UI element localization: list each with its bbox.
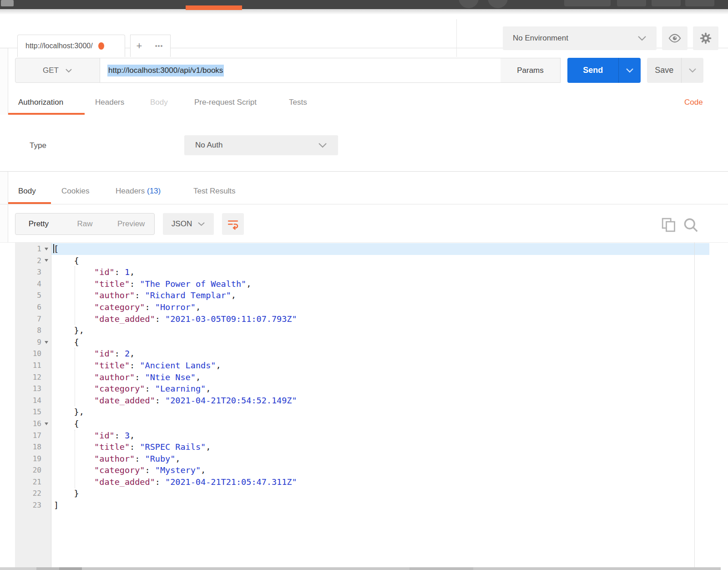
code-line-text: { [51, 418, 709, 430]
code-line[interactable]: 7 "date_added": "2021-03-05T09:11:07.793… [15, 313, 709, 325]
header-button[interactable] [617, 0, 646, 6]
eye-icon [668, 32, 681, 45]
code-line-text: "title": "The Power of Wealth", [51, 278, 709, 290]
view-preview-button[interactable]: Preview [108, 214, 154, 234]
code-line[interactable]: 13 "category": "Learning", [15, 383, 709, 395]
code-line[interactable]: 11 "title": "Ancient Lands", [15, 360, 709, 372]
fold-caret-icon[interactable] [45, 341, 48, 344]
headers-count-badge: (13) [147, 187, 161, 195]
code-link[interactable]: Code [684, 98, 703, 107]
header-button[interactable] [685, 0, 714, 6]
search-icon [682, 217, 700, 233]
request-tab[interactable]: http://localhost:3000/ [17, 35, 125, 57]
code-line[interactable]: 3 "id": 1, [15, 266, 709, 278]
tab-body[interactable]: Body [150, 98, 168, 107]
line-number: 2 [15, 255, 41, 267]
send-options-button[interactable] [618, 58, 641, 83]
code-line-text: "title": "RSPEC Rails", [51, 441, 709, 453]
code-line-text: "author": "Ntie Nse", [51, 372, 709, 383]
header-corner-button[interactable] [1, 0, 14, 6]
code-line[interactable]: 18 "title": "RSPEC Rails", [15, 441, 709, 453]
line-number: 12 [15, 372, 41, 383]
new-tab-button[interactable]: + [130, 35, 148, 57]
method-select[interactable]: GET [15, 58, 100, 83]
code-line-text: "category": "Horror", [51, 301, 709, 313]
code-line[interactable]: 22 } [15, 488, 709, 499]
code-line[interactable]: 17 "id": 3, [15, 430, 709, 442]
view-raw-button[interactable]: Raw [62, 214, 108, 234]
view-pretty-button[interactable]: Pretty [15, 214, 62, 234]
line-number: 3 [15, 266, 41, 278]
tab-pre-request-script[interactable]: Pre-request Script [194, 98, 257, 107]
save-options-button[interactable] [681, 58, 703, 83]
header-circle-button[interactable] [488, 0, 508, 8]
environment-preview-button[interactable] [662, 26, 688, 50]
code-line[interactable]: 6 "category": "Horror", [15, 301, 709, 313]
app-header-bar [0, 0, 728, 9]
code-line[interactable]: 15 }, [15, 406, 709, 418]
header-button[interactable] [652, 0, 681, 6]
line-number: 10 [15, 348, 41, 360]
response-body-editor[interactable]: 1[2 {3 "id": 1,4 "title": "The Power of … [0, 242, 728, 567]
line-number: 8 [15, 325, 41, 336]
tab-cookies[interactable]: Cookies [61, 187, 89, 196]
code-line[interactable]: 21 "date_added": "2021-04-21T21:05:47.31… [15, 476, 709, 488]
save-button-group: Save [647, 58, 703, 83]
indent-guide [75, 348, 75, 406]
line-number: 14 [15, 395, 41, 407]
settings-button[interactable] [693, 26, 718, 50]
fold-caret-icon[interactable] [45, 422, 48, 425]
code-line[interactable]: 9 { [15, 336, 709, 348]
code-line[interactable]: 23] [15, 499, 709, 511]
tab-response-body[interactable]: Body [18, 187, 36, 196]
fold-caret-icon[interactable] [45, 248, 48, 250]
tab-tests[interactable]: Tests [289, 98, 307, 107]
code-line-text: "date_added": "2021-04-21T20:54:52.149Z" [51, 395, 709, 407]
code-line[interactable]: 19 "author": "Ruby", [15, 453, 709, 465]
more-tabs-button[interactable]: ••• [148, 35, 171, 57]
code-line[interactable]: 1[ [15, 243, 709, 255]
header-circle-button[interactable] [459, 0, 479, 8]
format-select-value: JSON [172, 219, 192, 229]
code-line[interactable]: 10 "id": 2, [15, 348, 709, 360]
indent-guide [75, 266, 75, 325]
code-line[interactable]: 4 "title": "The Power of Wealth", [15, 278, 709, 290]
tab-test-results[interactable]: Test Results [193, 187, 236, 196]
chevron-down-icon [65, 68, 72, 73]
code-line-text: "date_added": "2021-04-21T21:05:47.311Z" [51, 476, 709, 488]
indent-guide [75, 430, 75, 488]
send-button[interactable]: Send [567, 58, 618, 83]
url-input[interactable]: http://localhost:3000/api/v1/books [100, 58, 501, 83]
fold-caret-icon[interactable] [45, 259, 48, 262]
code-line[interactable]: 5 "author": "Richard Templar", [15, 290, 709, 301]
tab-headers[interactable]: Headers [95, 98, 124, 107]
code-line[interactable]: 20 "category": "Mystery", [15, 464, 709, 476]
search-response-button[interactable] [682, 217, 700, 233]
code-line-text: "author": "Richard Templar", [51, 290, 709, 301]
code-line[interactable]: 16 { [15, 418, 709, 430]
tab-authorization[interactable]: Authorization [18, 98, 63, 107]
response-format-select[interactable]: JSON [163, 213, 214, 235]
plus-icon: + [136, 40, 142, 52]
method-select-value: GET [43, 66, 59, 75]
save-button[interactable]: Save [647, 58, 681, 83]
active-tab-underline [8, 202, 51, 204]
code-line[interactable]: 8 }, [15, 325, 709, 336]
wrap-text-button[interactable] [222, 213, 244, 235]
copy-response-button[interactable] [661, 217, 677, 233]
params-button[interactable]: Params [500, 58, 561, 83]
authorization-panel [0, 115, 728, 172]
auth-type-select[interactable]: No Auth [184, 135, 338, 155]
request-tab-label: http://localhost:3000/ [25, 42, 93, 50]
code-line-text: }, [51, 325, 709, 336]
line-number: 5 [15, 290, 41, 301]
code-line[interactable]: 2 { [15, 255, 709, 267]
code-line[interactable]: 12 "author": "Ntie Nse", [15, 372, 709, 383]
environment-select[interactable]: No Environment [503, 26, 657, 50]
chevron-down-icon [637, 36, 647, 41]
line-number: 23 [15, 499, 41, 511]
header-button[interactable] [564, 0, 611, 6]
code-line[interactable]: 14 "date_added": "2021-04-21T20:54:52.14… [15, 395, 709, 407]
tab-response-headers[interactable]: Headers (13) [116, 187, 161, 196]
line-number: 9 [15, 336, 41, 348]
